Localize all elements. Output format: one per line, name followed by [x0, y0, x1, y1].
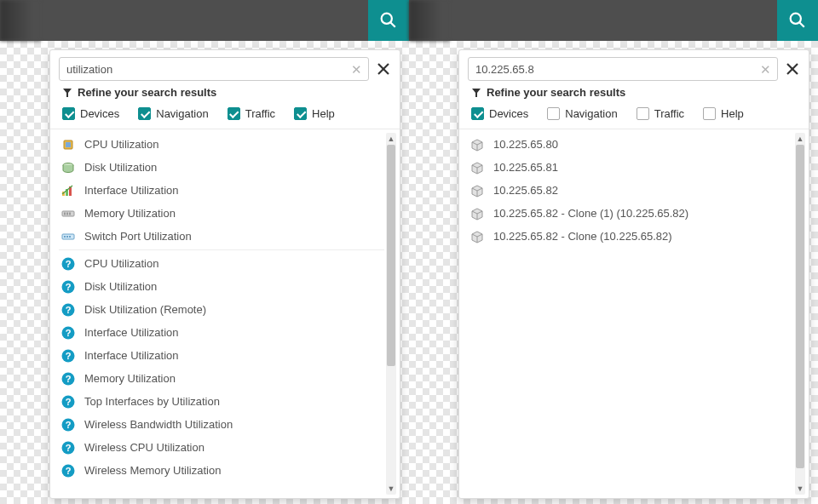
- result-row[interactable]: Interface Utilization: [59, 321, 384, 344]
- device-icon: [469, 137, 485, 152]
- help-icon: [60, 394, 76, 410]
- scroll-thumb[interactable]: [387, 145, 395, 366]
- scroll-down-icon[interactable]: ▼: [795, 483, 805, 495]
- result-row[interactable]: Interface Utilization: [59, 344, 384, 367]
- result-label: 10.225.65.80: [493, 138, 558, 151]
- search-button[interactable]: [777, 0, 818, 41]
- help-icon: [60, 463, 76, 478]
- result-label: Switch Port Utilization: [84, 230, 192, 243]
- result-row[interactable]: Disk Utilization: [59, 156, 384, 179]
- scrollbar[interactable]: ▲ ▼: [795, 133, 805, 495]
- checkbox-icon: [471, 107, 484, 120]
- result-label: Interface Utilization: [84, 326, 179, 339]
- result-row[interactable]: Memory Utilization: [59, 367, 384, 390]
- filter-label: Traffic: [654, 107, 684, 120]
- result-row[interactable]: Switch Port Utilization: [59, 225, 384, 248]
- refine-label: Refine your search results: [50, 81, 400, 100]
- refine-label: Refine your search results: [459, 81, 809, 100]
- filter-label: Traffic: [245, 107, 275, 120]
- close-icon[interactable]: [376, 61, 391, 77]
- scroll-thumb[interactable]: [796, 145, 804, 468]
- checkbox-icon: [228, 107, 240, 120]
- scroll-up-icon[interactable]: ▲: [386, 133, 396, 145]
- result-row[interactable]: Wireless Memory Utilization: [59, 459, 384, 482]
- help-icon: [60, 279, 76, 295]
- result-row[interactable]: 10.225.65.80: [468, 133, 793, 156]
- scroll-up-icon[interactable]: ▲: [795, 133, 805, 145]
- help-icon: [60, 325, 76, 341]
- filter-label: Devices: [489, 107, 528, 120]
- close-icon[interactable]: [785, 61, 800, 77]
- result-label: Top Interfaces by Utilization: [84, 395, 220, 408]
- results-list: CPU Utilization Disk Utilization Interfa…: [59, 133, 384, 495]
- filter-label: Devices: [80, 107, 119, 120]
- filter-help[interactable]: Help: [294, 107, 335, 120]
- filter-icon: [62, 88, 72, 98]
- filter-traffic[interactable]: Traffic: [228, 107, 275, 120]
- help-icon: [60, 256, 76, 272]
- result-row[interactable]: 10.225.65.82 - Clone (10.225.65.82): [468, 225, 793, 248]
- result-row[interactable]: Disk Utilization (Remote): [59, 298, 384, 321]
- result-label: Wireless Bandwidth Utilization: [84, 418, 233, 431]
- result-label: CPU Utilization: [84, 138, 158, 151]
- device-icon: [469, 206, 485, 221]
- result-label: Disk Utilization: [84, 161, 157, 174]
- result-row[interactable]: 10.225.65.82: [468, 179, 793, 202]
- result-row[interactable]: CPU Utilization: [59, 133, 384, 156]
- checkbox-icon: [637, 107, 649, 120]
- result-row[interactable]: Disk Utilization: [59, 275, 384, 298]
- filter-navigation[interactable]: Navigation: [138, 107, 208, 120]
- scrollbar[interactable]: ▲ ▼: [386, 133, 396, 495]
- result-label: Disk Utilization (Remote): [84, 303, 206, 316]
- clear-input-icon[interactable]: ✕: [758, 62, 772, 76]
- device-icon: [469, 229, 485, 244]
- topbar: [409, 0, 818, 41]
- result-label: Wireless Memory Utilization: [84, 464, 221, 477]
- result-row[interactable]: CPU Utilization: [59, 252, 384, 275]
- search-button[interactable]: [368, 0, 409, 41]
- result-row[interactable]: 10.225.65.82 - Clone (1) (10.225.65.82): [468, 202, 793, 225]
- search-input-wrap: 10.225.65.8 ✕: [468, 57, 778, 81]
- result-label: 10.225.65.82: [493, 184, 558, 197]
- result-label: 10.225.65.82 - Clone (1) (10.225.65.82): [493, 207, 688, 220]
- filter-help[interactable]: Help: [703, 107, 744, 120]
- help-icon: [60, 371, 76, 387]
- filter-traffic[interactable]: Traffic: [637, 107, 684, 120]
- checkbox-icon: [547, 107, 560, 120]
- result-row[interactable]: 10.225.65.81: [468, 156, 793, 179]
- checkbox-icon: [703, 107, 716, 120]
- checkbox-icon: [294, 107, 307, 120]
- filter-label: Help: [312, 107, 335, 120]
- help-icon: [60, 440, 76, 455]
- result-label: Memory Utilization: [84, 207, 176, 220]
- result-row[interactable]: Top Interfaces by Utilization: [59, 390, 384, 413]
- filter-label: Navigation: [565, 107, 617, 120]
- filter-label: Navigation: [156, 107, 208, 120]
- checkbox-icon: [138, 107, 151, 120]
- search-input-wrap: utilization ✕: [59, 57, 369, 81]
- result-row[interactable]: Wireless CPU Utilization: [59, 436, 384, 459]
- cpu-icon: [60, 137, 76, 152]
- topbar: [0, 0, 409, 41]
- result-label: Wireless CPU Utilization: [84, 441, 204, 454]
- search-input[interactable]: 10.225.65.8: [475, 63, 758, 76]
- result-row[interactable]: Memory Utilization: [59, 202, 384, 225]
- result-label: CPU Utilization: [84, 257, 158, 270]
- result-row[interactable]: Wireless Bandwidth Utilization: [59, 413, 384, 436]
- scroll-down-icon[interactable]: ▼: [386, 483, 396, 495]
- filter-label: Help: [721, 107, 744, 120]
- filter-devices[interactable]: Devices: [62, 107, 119, 120]
- result-label: 10.225.65.82 - Clone (10.225.65.82): [493, 230, 672, 243]
- filter-icon: [471, 88, 481, 98]
- results-list: 10.225.65.80 10.225.65.81 10.225.65.82: [468, 133, 793, 495]
- result-label: 10.225.65.81: [493, 161, 558, 174]
- filter-devices[interactable]: Devices: [471, 107, 528, 120]
- clear-input-icon[interactable]: ✕: [349, 62, 363, 76]
- help-icon: [60, 417, 76, 432]
- device-icon: [469, 160, 485, 175]
- search-dropdown: 10.225.65.8 ✕ Refine your search results…: [458, 49, 809, 499]
- disk-icon: [60, 160, 76, 175]
- search-input[interactable]: utilization: [66, 63, 349, 76]
- filter-navigation[interactable]: Navigation: [547, 107, 617, 120]
- result-row[interactable]: Interface Utilization: [59, 179, 384, 202]
